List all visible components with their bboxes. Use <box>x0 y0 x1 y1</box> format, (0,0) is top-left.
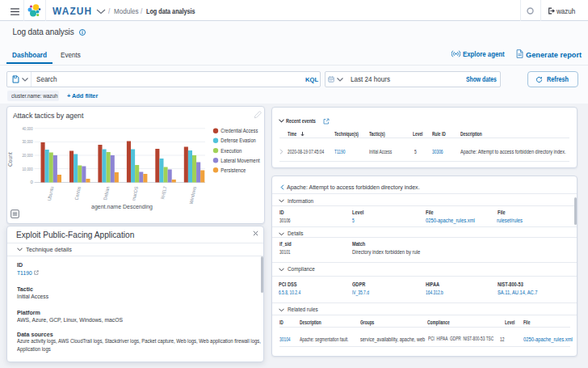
svg-text:Windows: Windows <box>189 186 197 205</box>
svg-text:Defense Evasion: Defense Evasion <box>220 137 256 143</box>
svg-text:Debian: Debian <box>103 186 110 201</box>
svg-text:30,000: 30,000 <box>23 139 33 144</box>
svg-text:Execution: Execution <box>220 148 242 154</box>
svg-text:Credential Access: Credential Access <box>220 128 258 133</box>
svg-text:Centos: Centos <box>74 186 82 201</box>
svg-text:agent.name Descending: agent.name Descending <box>91 203 153 210</box>
svg-text:10,000: 10,000 <box>23 167 33 171</box>
svg-text:Count: Count <box>7 152 13 167</box>
svg-text:Ubuntu: Ubuntu <box>47 186 55 201</box>
svg-text:macOS: macOS <box>131 186 139 201</box>
svg-text:20,000: 20,000 <box>23 153 33 158</box>
svg-text:RHEL7: RHEL7 <box>160 185 167 199</box>
svg-text:Persistence: Persistence <box>220 167 246 173</box>
svg-text:40,000: 40,000 <box>23 126 33 131</box>
svg-text:Lateral Movement: Lateral Movement <box>220 158 260 163</box>
svg-text:0: 0 <box>31 180 34 184</box>
